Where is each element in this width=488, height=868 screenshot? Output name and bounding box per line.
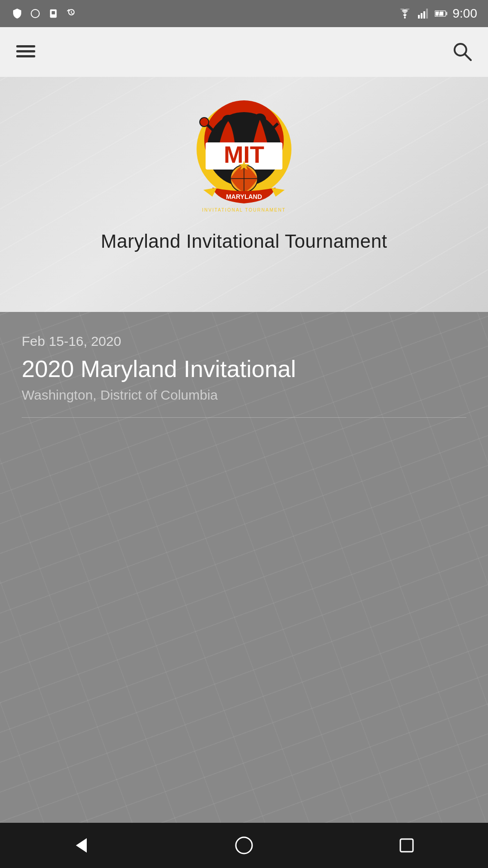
svg-point-22: [200, 118, 209, 127]
svg-point-33: [236, 837, 252, 854]
event-date: Feb 15-16, 2020: [22, 334, 466, 349]
svg-rect-5: [421, 13, 422, 19]
svg-rect-6: [423, 11, 425, 19]
alarm-status-icon: [65, 7, 78, 20]
logo-container: MIT MARYLAND INVITATIONAL TOURNAMENT: [181, 90, 307, 217]
svg-rect-14: [16, 55, 35, 57]
svg-line-16: [465, 54, 471, 60]
event-divider: [22, 417, 466, 418]
event-card[interactable]: Feb 15-16, 2020 2020 Maryland Invitation…: [0, 312, 488, 823]
svg-rect-9: [446, 12, 447, 15]
search-button[interactable]: [452, 41, 472, 63]
svg-rect-7: [426, 9, 428, 19]
back-button[interactable]: [63, 832, 99, 859]
svg-rect-34: [400, 839, 413, 852]
bottom-nav: [0, 823, 488, 868]
event-title: 2020 Maryland Invitational: [22, 356, 466, 382]
app-bar: [0, 27, 488, 77]
svg-text:MARYLAND: MARYLAND: [226, 193, 262, 200]
svg-marker-32: [76, 838, 87, 853]
event-location: Washington, District of Columbia: [22, 387, 466, 403]
mit-logo: MIT MARYLAND INVITATIONAL TOURNAMENT: [181, 90, 307, 217]
svg-text:INVITATIONAL TOURNAMENT: INVITATIONAL TOURNAMENT: [202, 208, 286, 212]
app-title: Maryland Invitational Tournament: [101, 231, 387, 252]
sim-status-icon: [47, 7, 60, 20]
svg-rect-12: [16, 45, 35, 47]
status-bar-left: [11, 7, 78, 20]
hero-section: MIT MARYLAND INVITATIONAL TOURNAMENT Mar…: [0, 77, 488, 312]
svg-rect-2: [52, 11, 55, 14]
signal-icon: [417, 7, 429, 20]
svg-point-3: [404, 17, 406, 19]
circle-status-icon: [29, 7, 42, 20]
status-bar-right: 9:00: [399, 6, 478, 21]
shield-status-icon: [11, 7, 23, 20]
wifi-icon: [399, 7, 411, 20]
recents-button[interactable]: [389, 832, 425, 859]
status-time: 9:00: [453, 6, 478, 21]
svg-point-0: [31, 9, 39, 18]
menu-button[interactable]: [16, 42, 35, 62]
event-card-content: Feb 15-16, 2020 2020 Maryland Invitation…: [0, 312, 488, 432]
battery-icon: [435, 7, 447, 20]
status-bar: 9:00: [0, 0, 488, 27]
svg-rect-4: [418, 15, 420, 19]
svg-rect-13: [16, 50, 35, 52]
home-button[interactable]: [226, 832, 262, 859]
